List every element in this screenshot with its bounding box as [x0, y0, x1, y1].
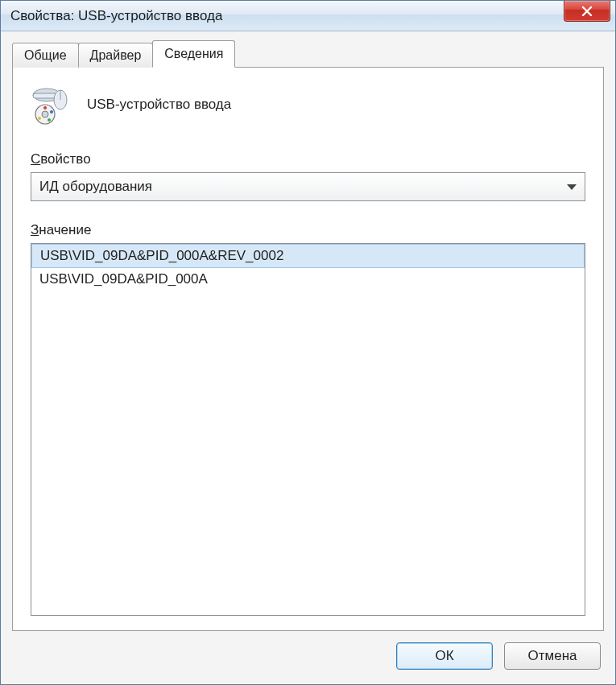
ok-button[interactable]: ОК — [396, 642, 493, 670]
list-item[interactable]: USB\VID_09DA&PID_000A&REV_0002 — [31, 244, 585, 268]
value-listbox[interactable]: USB\VID_09DA&PID_000A&REV_0002 USB\VID_0… — [31, 243, 585, 616]
window-title: Свойства: USB-устройство ввода — [10, 8, 222, 24]
tab-general[interactable]: Общие — [12, 43, 79, 68]
svg-point-8 — [48, 118, 51, 122]
properties-dialog: Свойства: USB-устройство ввода Общие Дра… — [0, 0, 616, 685]
tab-driver[interactable]: Драйвер — [78, 43, 154, 68]
chevron-down-icon — [567, 184, 577, 190]
svg-point-9 — [38, 117, 41, 120]
property-combobox-value: ИД оборудования — [39, 179, 152, 195]
titlebar[interactable]: Свойства: USB-устройство ввода — [1, 1, 615, 31]
property-label: Свойство — [31, 151, 585, 167]
close-button[interactable] — [564, 1, 610, 22]
svg-point-7 — [50, 110, 53, 113]
tab-panel-details: USB-устройство ввода Свойство ИД оборудо… — [12, 67, 604, 631]
device-name: USB-устройство ввода — [87, 97, 231, 113]
value-label: Значение — [31, 222, 585, 238]
button-bar: ОК Отмена — [12, 631, 604, 673]
client-area: Общие Драйвер Сведения — [1, 31, 615, 684]
list-item[interactable]: USB\VID_09DA&PID_000A — [31, 268, 585, 291]
svg-point-5 — [42, 111, 48, 118]
device-header: USB-устройство ввода — [31, 85, 585, 124]
tabstrip: Общие Драйвер Сведения — [12, 39, 604, 67]
cancel-button[interactable]: Отмена — [504, 642, 601, 670]
tab-details[interactable]: Сведения — [152, 40, 235, 68]
property-combobox[interactable]: ИД оборудования — [31, 172, 585, 201]
close-icon — [581, 6, 593, 17]
device-hid-icon — [31, 85, 69, 124]
svg-point-6 — [43, 106, 47, 109]
